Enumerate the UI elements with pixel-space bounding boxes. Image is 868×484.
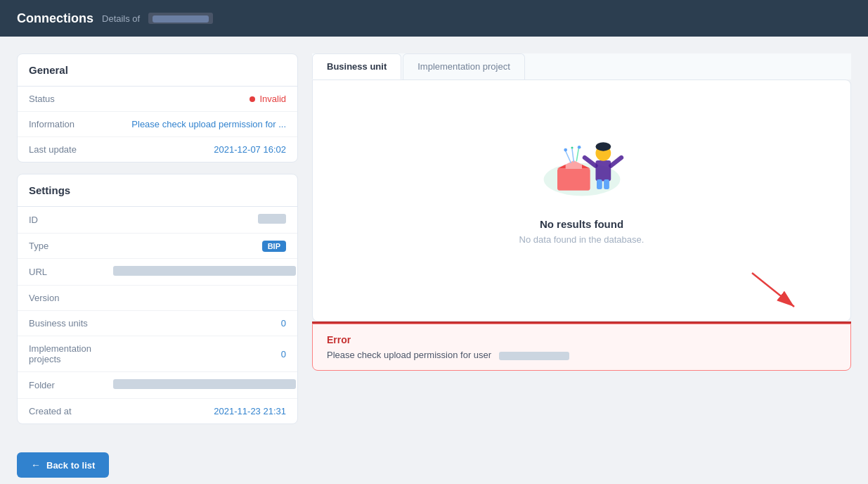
app-title: Connections	[17, 11, 93, 26]
svg-point-8	[564, 148, 567, 152]
right-content-wrapper: No results found No data found in the da…	[312, 79, 851, 371]
content-panel: No results found No data found in the da…	[312, 79, 851, 321]
version-row: Version	[18, 286, 297, 311]
tab-business-unit[interactable]: Business unit	[312, 53, 401, 79]
status-dot-icon	[250, 96, 255, 102]
id-value	[113, 214, 286, 226]
status-value: Invalid	[113, 94, 286, 104]
tabs-bar: Business unit Implementation project	[312, 53, 851, 79]
svg-point-9	[571, 146, 573, 148]
folder-label: Folder	[29, 380, 113, 390]
header-details-label: Details of	[102, 13, 140, 24]
no-results-title: No results found	[540, 218, 623, 230]
svg-line-5	[565, 151, 571, 163]
business-units-label: Business units	[29, 318, 113, 329]
svg-rect-11	[595, 160, 611, 182]
status-row: Status Invalid	[18, 87, 297, 112]
header-details-value	[148, 13, 213, 24]
back-arrow-icon: ←	[31, 459, 41, 471]
created-at-row: Created at 2021-11-23 21:31	[18, 399, 297, 424]
url-value	[113, 266, 296, 278]
id-row: ID	[18, 207, 297, 234]
information-label: Information	[29, 119, 113, 129]
settings-card: Settings ID Type BIP URL Vers	[17, 174, 298, 424]
svg-rect-13	[604, 179, 609, 189]
version-label: Version	[29, 293, 113, 303]
svg-line-7	[576, 148, 578, 162]
impl-projects-row: Implementation projects 0	[18, 336, 297, 372]
created-at-value: 2021-11-23 21:31	[113, 406, 286, 416]
settings-title: Settings	[18, 174, 297, 207]
app-header: Connections Details of	[0, 0, 868, 37]
general-title: General	[18, 54, 297, 87]
url-row: URL	[18, 259, 297, 286]
main-content: General Status Invalid Information Pleas…	[0, 37, 868, 441]
svg-point-10	[577, 146, 581, 149]
business-units-row: Business units 0	[18, 311, 297, 336]
svg-line-6	[572, 149, 574, 163]
folder-value	[113, 379, 296, 391]
url-label: URL	[29, 267, 113, 277]
no-results-area: No results found No data found in the da…	[313, 80, 850, 266]
right-panel: Business unit Implementation project	[312, 53, 851, 371]
empty-state-illustration	[526, 108, 638, 207]
back-btn-container: ← Back to list	[0, 441, 868, 484]
general-card: General Status Invalid Information Pleas…	[17, 53, 298, 163]
last-update-label: Last update	[29, 144, 113, 155]
error-user-value	[499, 352, 569, 360]
error-panel: Error Please check upload permission for…	[312, 324, 851, 371]
last-update-value: 2021-12-07 16:02	[113, 144, 286, 155]
left-panel: General Status Invalid Information Pleas…	[17, 53, 298, 424]
svg-line-19	[752, 273, 794, 307]
status-text: Invalid	[259, 94, 286, 104]
last-update-row: Last update 2021-12-07 16:02	[18, 137, 297, 162]
error-label: Error	[327, 334, 836, 345]
created-at-label: Created at	[29, 406, 113, 416]
tab-implementation-project[interactable]: Implementation project	[403, 53, 525, 79]
svg-line-17	[611, 158, 621, 166]
back-to-list-button[interactable]: ← Back to list	[17, 452, 109, 478]
impl-projects-value: 0	[113, 349, 286, 359]
no-results-subtitle: No data found in the database.	[519, 234, 644, 245]
impl-projects-label: Implementation projects	[29, 343, 113, 364]
information-value: Please check upload permission for ...	[113, 119, 286, 129]
type-row: Type BIP	[18, 234, 297, 259]
status-label: Status	[29, 94, 113, 104]
svg-rect-1	[557, 169, 590, 191]
svg-point-15	[595, 142, 611, 151]
red-arrow-icon	[738, 266, 808, 315]
business-units-value: 0	[113, 318, 286, 329]
type-value: BIP	[113, 241, 286, 251]
error-message: Please check upload permission for user	[327, 350, 836, 360]
information-row: Information Please check upload permissi…	[18, 112, 297, 137]
folder-row: Folder	[18, 372, 297, 399]
svg-rect-12	[597, 179, 602, 189]
id-label: ID	[29, 215, 113, 225]
type-label: Type	[29, 241, 113, 251]
